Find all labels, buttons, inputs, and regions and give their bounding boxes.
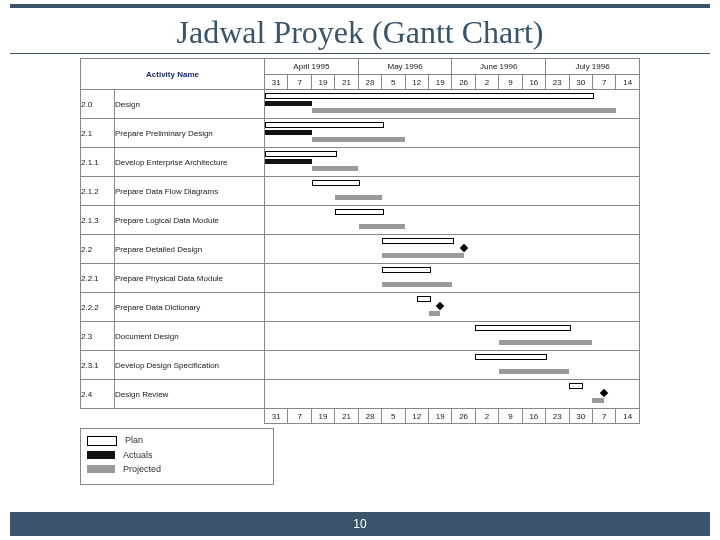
table-row: 2.1.3Prepare Logical Data Module (81, 206, 640, 235)
day: 31 (265, 75, 288, 90)
milestone-icon (600, 389, 608, 397)
day: 28 (358, 409, 381, 424)
legend-swatch-plan (87, 436, 117, 446)
activity-name: Prepare Detailed Design (115, 235, 265, 264)
activity-id: 2.1.1 (81, 148, 115, 177)
gantt-cell (265, 90, 640, 119)
table-row: 2.2.2Prepare Data Dictionary (81, 293, 640, 322)
page-title: Jadwal Proyek (Gantt Chart) (10, 4, 710, 54)
activity-name: Develop Enterprise Architecture (115, 148, 265, 177)
day: 2 (475, 409, 498, 424)
bar-plan (265, 151, 337, 157)
day: 21 (335, 75, 358, 90)
table-row: 2.1.1Develop Enterprise Architecture (81, 148, 640, 177)
activity-id: 2.1 (81, 119, 115, 148)
activity-name: Design (115, 90, 265, 119)
day: 30 (569, 75, 592, 90)
legend-label-plan: Plan (125, 435, 143, 445)
bar-actuals (265, 159, 312, 164)
activity-name: Develop Design Specification (115, 351, 265, 380)
month-0: April 1995 (265, 59, 359, 75)
bar-projected (499, 369, 569, 374)
day: 14 (616, 409, 640, 424)
day: 5 (382, 409, 405, 424)
gantt-cell (265, 380, 640, 409)
table-row: 2.2.1Prepare Physical Data Module (81, 264, 640, 293)
gantt-chart: Activity Name April 1995 May 1996 June 1… (80, 58, 640, 485)
activity-id: 2.1.2 (81, 177, 115, 206)
activity-name: Prepare Logical Data Module (115, 206, 265, 235)
bar-projected (382, 253, 464, 258)
day: 16 (522, 409, 545, 424)
bar-projected (359, 224, 406, 229)
day: 19 (311, 75, 334, 90)
day: 9 (499, 75, 522, 90)
bar-actuals (265, 101, 312, 106)
activity-name: Prepare Preliminary Design (115, 119, 265, 148)
bar-plan (475, 354, 547, 360)
day: 7 (592, 409, 615, 424)
activity-header: Activity Name (81, 59, 265, 90)
day: 26 (452, 409, 475, 424)
bar-plan (382, 267, 431, 273)
bar-projected (499, 340, 592, 345)
bar-actuals (265, 130, 312, 135)
bar-plan (312, 180, 361, 186)
day: 21 (335, 409, 358, 424)
bar-plan (417, 296, 431, 302)
legend: Plan Actuals Projected (80, 428, 274, 485)
gantt-cell (265, 119, 640, 148)
day: 14 (616, 75, 640, 90)
day: 2 (475, 75, 498, 90)
day: 19 (428, 75, 451, 90)
bar-plan (335, 209, 384, 215)
bar-projected (382, 282, 452, 287)
gantt-cell (265, 177, 640, 206)
bar-projected (335, 195, 382, 200)
milestone-icon (459, 244, 467, 252)
day: 30 (569, 409, 592, 424)
gantt-cell (265, 322, 640, 351)
gantt-cell (265, 206, 640, 235)
footer-bar: 10 (10, 512, 710, 536)
day: 19 (311, 409, 334, 424)
table-row: 2.1Prepare Preliminary Design (81, 119, 640, 148)
activity-name: Prepare Physical Data Module (115, 264, 265, 293)
activity-id: 2.0 (81, 90, 115, 119)
legend-label-actuals: Actuals (123, 450, 153, 460)
bar-plan (382, 238, 454, 244)
day: 23 (546, 75, 569, 90)
day: 7 (592, 75, 615, 90)
bar-plan (569, 383, 583, 389)
table-row: 2.2Prepare Detailed Design (81, 235, 640, 264)
activity-id: 2.4 (81, 380, 115, 409)
bar-projected (429, 311, 441, 316)
activity-name: Design Review (115, 380, 265, 409)
table-row: 2.1.2Prepare Data Flow Diagrams (81, 177, 640, 206)
day: 23 (546, 409, 569, 424)
month-1: May 1996 (358, 59, 452, 75)
table-row: 2.4Design Review (81, 380, 640, 409)
activity-id: 2.2.2 (81, 293, 115, 322)
bar-projected (312, 137, 405, 142)
activity-id: 2.1.3 (81, 206, 115, 235)
gantt-cell (265, 293, 640, 322)
legend-label-projected: Projected (123, 464, 161, 474)
activity-name: Document Design (115, 322, 265, 351)
month-3: July 1996 (546, 59, 640, 75)
bar-plan (265, 122, 384, 128)
bar-plan (475, 325, 570, 331)
legend-swatch-projected (87, 465, 115, 473)
day: 9 (499, 409, 522, 424)
bar-projected (312, 166, 359, 171)
day-footer-row: 31 7 19 21 28 5 12 19 26 2 9 16 23 30 7 … (81, 409, 640, 424)
day: 19 (428, 409, 451, 424)
gantt-cell (265, 264, 640, 293)
gantt-cell (265, 148, 640, 177)
gantt-cell (265, 351, 640, 380)
activity-name: Prepare Data Flow Diagrams (115, 177, 265, 206)
slide: Jadwal Proyek (Gantt Chart) Activity Nam… (0, 4, 720, 540)
day: 12 (405, 75, 428, 90)
bar-plan (265, 93, 594, 99)
gantt-table: Activity Name April 1995 May 1996 June 1… (80, 58, 640, 424)
